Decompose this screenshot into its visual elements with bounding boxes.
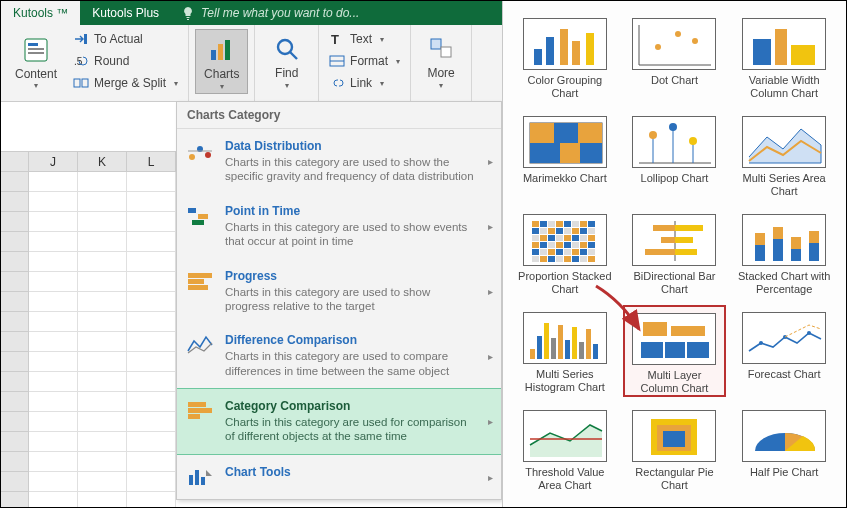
gallery-item[interactable]: Marimekko Chart (513, 109, 617, 201)
grid-rows (1, 172, 176, 507)
gallery-item[interactable]: Lollipop Chart (623, 109, 727, 201)
svg-rect-73 (556, 221, 563, 227)
link-button[interactable]: Link▾ (325, 73, 404, 93)
gallery-item[interactable]: Half Pie Chart (732, 403, 836, 495)
svg-rect-110 (532, 256, 539, 262)
chevron-right-icon: ▸ (488, 285, 493, 296)
text-button[interactable]: T Text▾ (325, 29, 404, 49)
svg-rect-82 (564, 228, 571, 234)
svg-rect-139 (572, 327, 577, 359)
svg-rect-141 (586, 329, 591, 359)
charts-category-menu: Charts Category Data Distribution Charts… (176, 101, 502, 500)
gallery-item[interactable]: Color Grouping Chart (513, 11, 617, 103)
col-K[interactable]: K (78, 152, 127, 172)
gallery-item[interactable]: Multi Series Histogram Chart (513, 305, 617, 397)
svg-rect-71 (540, 221, 547, 227)
chart-thumb (742, 18, 826, 70)
svg-rect-87 (540, 235, 547, 241)
gallery-item[interactable]: Threshold Value Area Chart (513, 403, 617, 495)
tab-kutools[interactable]: Kutools ™ (1, 1, 80, 25)
gallery-item[interactable]: Rectangular Pie Chart (623, 403, 727, 495)
gallery-label: Lollipop Chart (641, 172, 709, 185)
svg-rect-2 (28, 48, 44, 50)
menu-desc: Charts in this category are used for com… (225, 415, 475, 444)
svg-rect-79 (540, 228, 547, 234)
to-actual-button[interactable]: To Actual (69, 29, 182, 49)
round-button[interactable]: .5 Round (69, 51, 182, 71)
content-button[interactable]: Content ▾ (7, 29, 65, 93)
gallery-item[interactable]: Multi Series Area Chart (732, 109, 836, 201)
svg-rect-75 (572, 221, 579, 227)
svg-rect-128 (773, 227, 783, 239)
svg-rect-97 (556, 242, 563, 248)
svg-rect-93 (588, 235, 595, 241)
menu-progress[interactable]: Progress Charts in this category are use… (177, 259, 501, 324)
menu-chart-tools[interactable]: Chart Tools ▸ (177, 455, 501, 499)
merge-split-button[interactable]: Merge & Split ▾ (69, 73, 182, 93)
svg-rect-138 (565, 340, 570, 359)
col-L[interactable]: L (127, 152, 176, 172)
chart-thumb (523, 312, 607, 364)
svg-rect-55 (791, 45, 815, 65)
col-J[interactable]: J (29, 152, 78, 172)
menu-name: Progress (225, 269, 475, 283)
gallery-item[interactable]: Dot Chart (623, 11, 727, 103)
menu-data-distribution[interactable]: Data Distribution Charts in this categor… (177, 129, 501, 194)
svg-rect-43 (534, 49, 542, 65)
svg-rect-134 (537, 336, 542, 359)
tell-me[interactable]: Tell me what you want to do... (171, 1, 369, 25)
svg-text:.5: .5 (74, 56, 83, 67)
menu-desc: Charts in this category are used to show… (225, 155, 475, 184)
tab-kutools-plus[interactable]: Kutools Plus (80, 1, 171, 25)
svg-rect-84 (580, 228, 587, 234)
charts-button[interactable]: Charts ▾ (195, 29, 248, 94)
menu-point-in-time[interactable]: Point in Time Charts in this category ar… (177, 194, 501, 259)
svg-rect-8 (211, 50, 216, 60)
gallery-item[interactable]: Stacked Chart with Percentage (732, 207, 836, 299)
gallery-item[interactable]: Proportion Stacked Chart (513, 207, 617, 299)
gallery-item[interactable]: Forecast Chart (732, 305, 836, 397)
svg-rect-76 (580, 221, 587, 227)
worksheet[interactable]: J K L (1, 101, 176, 507)
svg-rect-100 (580, 242, 587, 248)
svg-rect-104 (548, 249, 555, 255)
svg-rect-57 (530, 123, 554, 143)
menu-name: Category Comparison (225, 399, 475, 413)
menu-name: Chart Tools (225, 465, 291, 479)
more-button[interactable]: More ▾ (417, 29, 465, 92)
svg-rect-58 (554, 123, 578, 143)
svg-rect-39 (188, 414, 200, 419)
svg-rect-116 (580, 256, 587, 262)
svg-rect-85 (588, 228, 595, 234)
svg-rect-140 (579, 342, 584, 359)
svg-rect-72 (548, 221, 555, 227)
content-icon (20, 34, 52, 66)
text-icon: T (329, 31, 345, 47)
menu-difference-comparison[interactable]: Difference Comparison Charts in this cat… (177, 323, 501, 388)
svg-rect-45 (560, 29, 568, 65)
svg-rect-109 (588, 249, 595, 255)
svg-rect-122 (675, 237, 693, 243)
svg-rect-117 (588, 256, 595, 262)
find-label: Find (275, 67, 298, 80)
chevron-right-icon: ▸ (488, 471, 493, 482)
svg-rect-31 (188, 208, 196, 213)
chevron-down-icon: ▾ (220, 82, 224, 91)
svg-rect-105 (556, 249, 563, 255)
gallery-item[interactable]: Multi Layer Column Chart (623, 305, 727, 397)
svg-rect-92 (580, 235, 587, 241)
gallery-item[interactable]: BiDirectional Bar Chart (623, 207, 727, 299)
svg-rect-137 (558, 325, 563, 359)
gallery-item[interactable]: Variable Width Column Chart (732, 11, 836, 103)
menu-category-comparison[interactable]: Category Comparison Charts in this categ… (177, 388, 501, 455)
to-actual-label: To Actual (94, 32, 143, 46)
svg-rect-53 (753, 39, 771, 65)
format-button[interactable]: Format▾ (325, 51, 404, 71)
gallery-label: Multi Series Histogram Chart (518, 368, 612, 393)
gallery-label: Marimekko Chart (523, 172, 607, 185)
svg-point-11 (278, 40, 292, 54)
gallery-label: Color Grouping Chart (518, 74, 612, 99)
menu-desc: Charts in this category are used to show… (225, 285, 475, 314)
find-button[interactable]: Find ▾ (261, 29, 312, 92)
svg-rect-143 (643, 322, 667, 336)
